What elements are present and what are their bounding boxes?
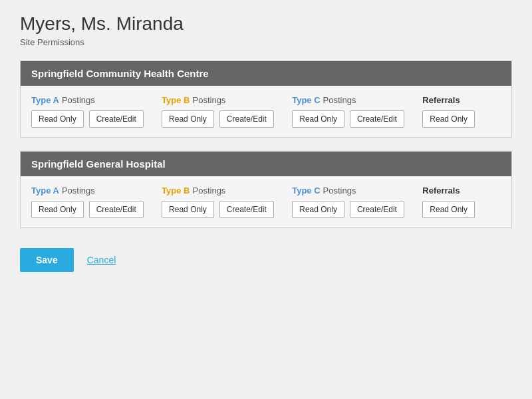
permission-group-label: Type CPostings <box>292 186 422 196</box>
page-container: Myers, Ms. Miranda Site Permissions Spri… <box>0 0 532 285</box>
permission-button[interactable]: Read Only <box>422 201 475 218</box>
cancel-button[interactable]: Cancel <box>87 255 116 265</box>
sites-container: Springfield Community Health CentreType … <box>20 61 512 228</box>
patient-name: Myers, Ms. Miranda <box>20 13 512 35</box>
site-card-body: Type APostingsRead OnlyCreate/EditType B… <box>21 86 511 137</box>
permission-group: ReferralsRead Only <box>422 95 501 128</box>
permission-button[interactable]: Create/Edit <box>89 110 144 128</box>
type-label: Type C <box>292 95 320 105</box>
site-card-body: Type APostingsRead OnlyCreate/EditType B… <box>21 176 511 227</box>
permission-group-label: Referrals <box>422 95 501 105</box>
page-subtitle: Site Permissions <box>20 37 512 47</box>
site-card-header: Springfield General Hospital <box>21 152 511 176</box>
postings-label: Postings <box>323 186 356 196</box>
type-label: Type C <box>292 186 320 196</box>
permission-group-label: Type BPostings <box>162 95 292 105</box>
site-card: Springfield General HospitalType APostin… <box>20 151 512 228</box>
permissions-row: Type APostingsRead OnlyCreate/EditType B… <box>31 186 501 218</box>
permission-button[interactable]: Read Only <box>292 201 344 218</box>
permission-group: Type APostingsRead OnlyCreate/Edit <box>31 186 162 218</box>
postings-label: Postings <box>193 186 226 196</box>
permission-button[interactable]: Read Only <box>162 201 214 218</box>
type-label: Type B <box>162 95 190 105</box>
permission-group-label: Type APostings <box>31 95 162 105</box>
permission-button[interactable]: Create/Edit <box>89 201 144 218</box>
button-group: Read Only <box>422 201 501 218</box>
permission-button[interactable]: Create/Edit <box>350 110 404 128</box>
postings-label: Postings <box>193 95 226 105</box>
permission-group-label: Type APostings <box>31 186 162 196</box>
permission-group: Type APostingsRead OnlyCreate/Edit <box>31 95 162 128</box>
permission-button[interactable]: Create/Edit <box>350 201 404 218</box>
permissions-row: Type APostingsRead OnlyCreate/EditType B… <box>31 95 501 128</box>
button-group: Read OnlyCreate/Edit <box>162 201 292 218</box>
postings-label: Postings <box>62 95 95 105</box>
type-label: Type A <box>31 95 59 105</box>
actions-row: Save Cancel <box>20 248 512 272</box>
permission-group-label: Type BPostings <box>162 186 292 196</box>
permission-button[interactable]: Read Only <box>31 201 84 218</box>
button-group: Read OnlyCreate/Edit <box>31 201 162 218</box>
permission-group: Type CPostingsRead OnlyCreate/Edit <box>292 95 422 128</box>
permission-group: ReferralsRead Only <box>422 186 501 218</box>
type-label: Referrals <box>422 95 460 105</box>
permission-group: Type CPostingsRead OnlyCreate/Edit <box>292 186 422 218</box>
button-group: Read OnlyCreate/Edit <box>292 201 422 218</box>
permission-button[interactable]: Read Only <box>292 110 344 128</box>
postings-label: Postings <box>323 95 356 105</box>
save-button[interactable]: Save <box>20 248 74 272</box>
postings-label: Postings <box>62 186 95 196</box>
button-group: Read OnlyCreate/Edit <box>292 110 422 128</box>
site-card: Springfield Community Health CentreType … <box>20 61 512 138</box>
button-group: Read OnlyCreate/Edit <box>31 110 162 128</box>
type-label: Referrals <box>422 186 460 196</box>
button-group: Read OnlyCreate/Edit <box>162 110 292 128</box>
permission-button[interactable]: Read Only <box>422 110 475 128</box>
permission-group-label: Referrals <box>422 186 501 196</box>
permission-button[interactable]: Read Only <box>162 110 214 128</box>
type-label: Type A <box>31 186 59 196</box>
permission-group: Type BPostingsRead OnlyCreate/Edit <box>162 186 292 218</box>
site-card-header: Springfield Community Health Centre <box>21 61 511 86</box>
permission-button[interactable]: Read Only <box>31 110 84 128</box>
permission-group: Type BPostingsRead OnlyCreate/Edit <box>162 95 292 128</box>
type-label: Type B <box>162 186 190 196</box>
button-group: Read Only <box>422 110 501 128</box>
permission-button[interactable]: Create/Edit <box>219 110 274 128</box>
permission-button[interactable]: Create/Edit <box>219 201 274 218</box>
permission-group-label: Type CPostings <box>292 95 422 105</box>
